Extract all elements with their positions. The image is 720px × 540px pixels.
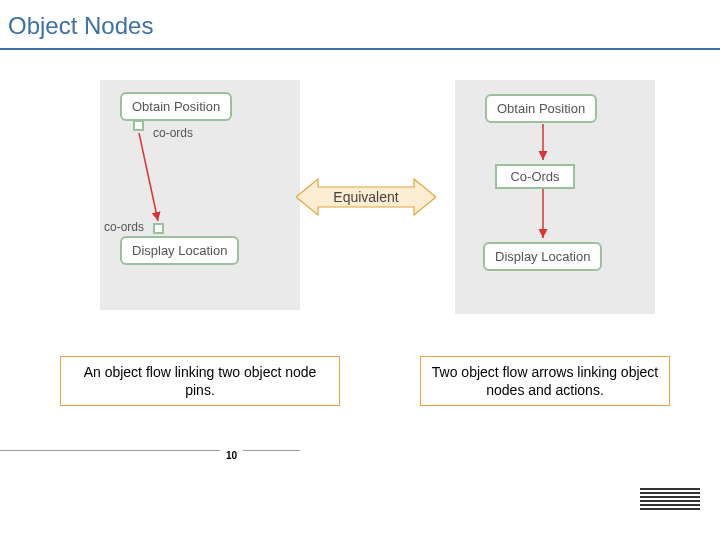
right-panel: Obtain Position Co-Ords Display Location (455, 80, 655, 314)
left-panel: Obtain Position co-ords co-ords Display … (100, 80, 300, 310)
equivalent-arrow: Equivalent (296, 177, 436, 217)
right-action-display: Display Location (483, 242, 602, 271)
caption-left: An object flow linking two object node p… (60, 356, 340, 406)
left-pin-out-label: co-ords (153, 126, 193, 140)
left-object-flow (139, 133, 158, 221)
left-action-display: Display Location (120, 236, 239, 265)
footer: 10 (0, 490, 720, 530)
left-pin-out (133, 120, 144, 131)
left-pin-in-label: co-ords (104, 220, 144, 234)
title-underline (0, 48, 720, 50)
footer-line (0, 450, 300, 451)
page-number: 10 (220, 450, 243, 461)
equivalent-label: Equivalent (333, 189, 398, 205)
caption-right: Two object flow arrows linking object no… (420, 356, 670, 406)
right-object-coords: Co-Ords (495, 164, 575, 189)
ibm-logo (640, 488, 700, 512)
slide-title: Object Nodes (0, 0, 720, 42)
right-action-obtain: Obtain Position (485, 94, 597, 123)
left-action-obtain: Obtain Position (120, 92, 232, 121)
diagram-area: Obtain Position co-ords co-ords Display … (0, 80, 720, 440)
left-pin-in (153, 223, 164, 234)
